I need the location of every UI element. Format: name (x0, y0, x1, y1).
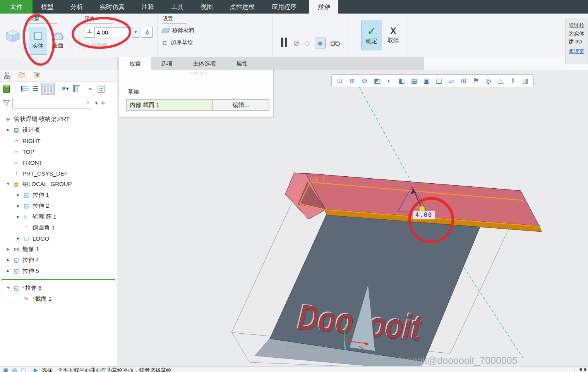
solid-button[interactable]: 实体 (29, 27, 47, 55)
empty-box-icon[interactable]: ▢ (21, 367, 26, 372)
section-view-icon[interactable]: ◫ (433, 76, 445, 86)
browser-icon[interactable]: ◍ (12, 367, 17, 372)
menu-tab-live-simulation[interactable]: 实时仿真 (91, 0, 133, 14)
edit-sketch-button[interactable]: 编辑... (212, 99, 269, 111)
datum-plane-display-icon[interactable]: ▱ (445, 76, 457, 86)
search-binoculars-icon[interactable] (579, 368, 586, 372)
graphics-area[interactable]: Doo Doo ooit ooit 截面 4.00 (117, 70, 588, 366)
tree-expand-arrow[interactable]: ▶ (4, 128, 12, 132)
menu-tab-model[interactable]: 模型 (33, 0, 62, 14)
unattached-preview-icon[interactable]: ◇ (305, 39, 310, 47)
model-window-icon[interactable]: ▣ (3, 367, 8, 372)
tree-expand-arrow[interactable]: ▶ (14, 236, 22, 240)
tree-item[interactable]: ▶◱LOGO (0, 233, 117, 244)
model-tree-tab-icon[interactable] (4, 72, 10, 79)
spin-center-icon[interactable]: ◎ (482, 76, 494, 86)
sketch-reference-field[interactable]: 内部 截面 1 (126, 99, 214, 111)
zoom-out-icon[interactable]: ⊖ (358, 76, 370, 86)
expand-search-icon[interactable]: + (101, 99, 105, 108)
tree-list-view-icon[interactable] (21, 86, 29, 91)
tree-item[interactable]: ◝倒圆角 1 (0, 222, 117, 233)
tree-expand-arrow[interactable]: ▶ (4, 247, 12, 251)
annotation-display-icon[interactable]: ⚑ (470, 76, 482, 86)
tree-filter-settings-icon[interactable]: ▼ (62, 86, 70, 91)
capture-icon[interactable]: ▣ (420, 76, 432, 86)
repaint-icon[interactable]: ◩ (371, 76, 383, 86)
surface-button[interactable]: 曲面 (49, 27, 67, 55)
menu-tab-analysis[interactable]: 分析 (62, 0, 91, 14)
depth-dropdown-caret[interactable]: ▼ (132, 27, 139, 38)
pause-icon[interactable]: ‖ (507, 76, 519, 86)
show-3d-model-icon[interactable] (3, 85, 10, 93)
tree-expand-arrow[interactable]: ▶ (14, 193, 22, 197)
ok-button[interactable]: ✓ 确定 (361, 21, 382, 50)
depth-value-input[interactable] (95, 27, 132, 37)
tree-item[interactable]: ▶▤设计项 (0, 124, 117, 135)
menu-tab-view[interactable]: 视图 (192, 0, 221, 14)
remove-material-toggle[interactable]: 移除材料 (162, 27, 267, 34)
favorites-tab-icon[interactable]: ✳ (34, 73, 40, 78)
search-options-caret[interactable]: ▼ (94, 101, 98, 105)
preview-glasses-icon[interactable] (331, 41, 340, 45)
tree-columns-button[interactable] (41, 83, 55, 95)
tree-item[interactable]: ▶◱拉伸 1 (0, 189, 117, 200)
tree-item[interactable]: ▶◱拉伸 2 (0, 200, 117, 211)
tree-item[interactable]: ▼▦组LOCAL_GROUP (0, 179, 117, 189)
tree-item[interactable]: ▶◱拉伸 4 (0, 255, 117, 265)
tree-item[interactable]: ▶⋈镜像 1 (0, 244, 117, 255)
toolbar-overflow-chevron[interactable]: » (89, 86, 92, 92)
tree-expand-arrow[interactable]: ▶ (4, 258, 12, 262)
flip-direction-button[interactable]: ⇄ (142, 27, 153, 38)
pause-button[interactable] (280, 38, 288, 48)
sketch-vertex[interactable] (538, 225, 540, 227)
tree-settings-page-icon[interactable] (98, 85, 105, 93)
thicken-sketch-toggle[interactable]: ⊏ 加厚草绘 (162, 39, 267, 46)
menu-tab-tools[interactable]: 工具 (163, 0, 192, 14)
menu-tab-annotate[interactable]: 注释 (133, 0, 163, 14)
display-style-icon[interactable]: ◐ (383, 76, 395, 86)
menu-tab-file[interactable]: 文件 (0, 0, 33, 14)
menu-tab-extrude[interactable]: 拉伸 (309, 0, 338, 14)
tree-item[interactable]: ▼◱*拉伸 6 (0, 282, 117, 293)
zoom-in-icon[interactable]: ⊕ (346, 76, 358, 86)
tree-item[interactable]: ▶◺轮廓 筋 1 (0, 211, 117, 222)
tree-expand-arrow[interactable]: ▼ (4, 286, 12, 290)
tree-expand-arrow[interactable]: ▶ (14, 204, 22, 208)
tree-item[interactable]: ◈管状焊锡-收纳架.PRT (0, 114, 117, 124)
depth-type-button[interactable]: ╧ (84, 27, 95, 38)
datum-axis-display-icon[interactable]: ⊞ (458, 76, 470, 86)
cancel-button[interactable]: X 取消 (384, 21, 403, 50)
zoom-window-icon[interactable]: ⊡ (334, 76, 346, 86)
tree-expand-arrow[interactable]: ▼ (4, 182, 12, 186)
tree-expand-arrow[interactable]: ▶ (4, 269, 12, 273)
tree-item[interactable]: ✎*截面 1 (0, 293, 117, 304)
clear-search-icon[interactable]: ✕ (86, 100, 90, 105)
insert-here-indicator[interactable] (2, 277, 115, 282)
tree-item[interactable]: ▱RIGHT (0, 135, 117, 146)
menu-tab-flexible-modeling[interactable]: 柔性建模 (221, 0, 263, 14)
saved-orientations-icon[interactable]: ◧ (396, 76, 408, 86)
flip-window-icon[interactable]: ◨ (519, 76, 531, 86)
sketch-vertex[interactable] (324, 208, 326, 210)
tree-item[interactable]: ▶◱拉伸 5 (0, 265, 117, 276)
tab-properties[interactable]: 属性 (226, 57, 258, 70)
tab-body-options[interactable]: 主体选项 (183, 57, 226, 70)
tree-item[interactable]: ▱FRONT (0, 157, 117, 168)
view-manager-icon[interactable]: ▤ (408, 76, 420, 86)
tree-item[interactable]: ⊥PRT_CSYS_DEF (0, 168, 117, 179)
perspective-icon[interactable]: △ (495, 76, 507, 86)
panel-drag-handle[interactable] (190, 71, 203, 74)
tab-placement[interactable]: 放置 (119, 57, 151, 70)
tree-detail-view-icon[interactable] (33, 86, 38, 91)
tab-options[interactable]: 选项 (151, 57, 183, 70)
tree-item[interactable]: ▱TOP (0, 146, 117, 157)
tree-search-input[interactable] (12, 98, 92, 108)
dimension-value[interactable]: 4.00 (415, 212, 432, 219)
folder-browser-tab-icon[interactable] (19, 73, 25, 78)
no-preview-icon[interactable]: ⊘ (293, 38, 300, 48)
menu-tab-applications[interactable]: 应用程序 (263, 0, 305, 14)
attached-preview-button[interactable]: ◆ (315, 38, 326, 48)
tree-column-display-icon[interactable] (73, 85, 80, 92)
tree-expand-arrow[interactable]: ▶ (14, 215, 22, 219)
read-more-link[interactable]: 阅读更 (569, 47, 588, 55)
